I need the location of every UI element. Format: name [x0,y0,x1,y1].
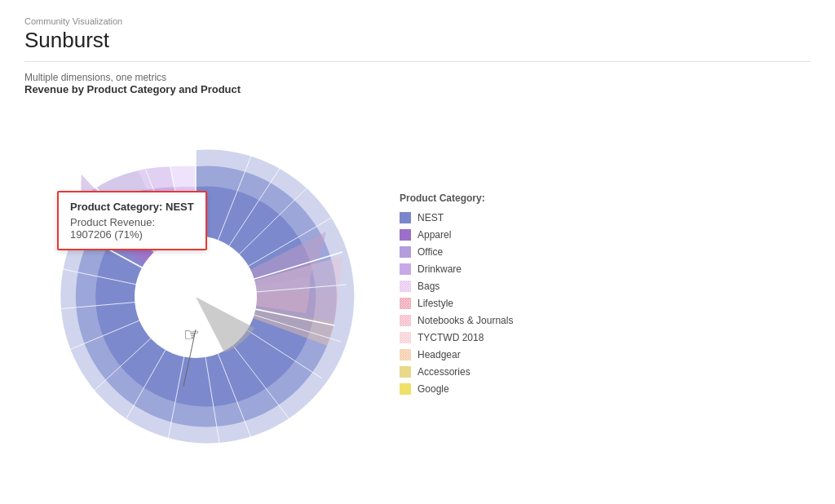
legend-area: Product Category: NESTApparelOfficeDrink… [367,192,513,400]
legend-item: NEST [400,212,513,223]
sunburst-chart[interactable]: Product Category: NEST Product Revenue: … [24,126,367,468]
legend-item-label: Headgear [418,349,461,360]
legend-item: Accessories [400,366,513,378]
page-container: Community Visualization Sunburst Multipl… [0,0,835,504]
legend-swatch [400,315,411,326]
tooltip-value: Product Revenue: 1907206 (71%) [70,216,194,241]
chart-meta-line2: Revenue by Product Category and Product [24,83,811,95]
legend-item-label: Office [418,246,443,258]
header-section: Community Visualization Sunburst [24,16,811,62]
chart-section: Multiple dimensions, one metrics Revenue… [24,72,811,496]
legend-item: Apparel [400,229,513,241]
legend-item-label: Apparel [418,229,451,241]
legend-swatch [400,332,411,343]
legend-item-label: Google [418,383,449,395]
legend-items-container: NESTApparelOfficeDrinkwareBagsLifestyleN… [400,212,513,400]
legend-item-label: Bags [418,281,440,292]
chart-area: Product Category: NEST Product Revenue: … [24,97,811,496]
legend-item: Notebooks & Journals [400,315,513,326]
legend-swatch [400,229,411,241]
chart-meta-line1: Multiple dimensions, one metrics [24,72,811,83]
legend-swatch [400,383,411,395]
legend-item-label: NEST [418,212,444,223]
legend-item: Google [400,383,513,395]
legend-swatch [400,263,411,275]
legend-item-label: Lifestyle [418,298,453,309]
legend-item: TYCTWD 2018 [400,332,513,343]
legend-item: Lifestyle [400,298,513,309]
svg-rect-39 [400,349,411,360]
svg-rect-30 [400,298,411,309]
legend-item: Headgear [400,349,513,360]
svg-rect-27 [400,281,411,292]
legend-swatch [400,366,411,378]
legend-swatch [400,246,411,258]
legend-item-label: TYCTWD 2018 [418,332,484,343]
tooltip-title: Product Category: NEST [70,201,194,213]
tooltip-value-label: Product Revenue: [70,216,155,228]
legend-item-label: Drinkware [418,263,462,275]
tooltip-value-number: 1907206 (71%) [70,228,143,241]
tooltip: Product Category: NEST Product Revenue: … [57,191,207,250]
legend-item-label: Notebooks & Journals [418,315,513,326]
legend-item-label: Accessories [418,366,471,378]
legend-swatch [400,212,411,223]
legend-swatch [400,281,411,292]
chart-meta: Multiple dimensions, one metrics Revenue… [24,72,811,95]
community-label: Community Visualization [24,16,811,26]
legend-item: Bags [400,281,513,292]
legend-item: Office [400,246,513,258]
legend-swatch [400,298,411,309]
legend-item: Drinkware [400,263,513,275]
page-title: Sunburst [24,28,811,53]
legend-title: Product Category: [400,192,513,204]
svg-rect-36 [400,332,411,343]
legend-swatch [400,349,411,360]
svg-rect-33 [400,315,411,326]
